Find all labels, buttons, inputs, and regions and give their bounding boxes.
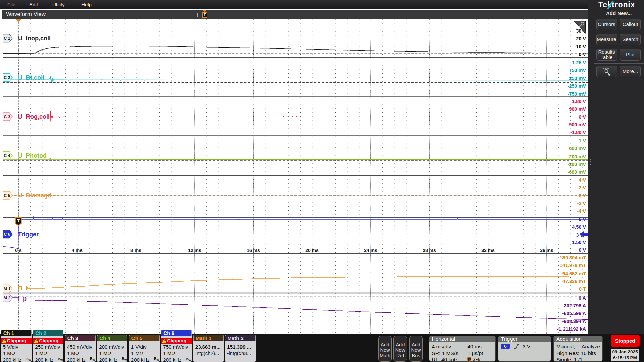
svg-text:-2 V: -2 V xyxy=(577,201,586,206)
svg-text:C 2: C 2 xyxy=(4,75,10,80)
svg-text:250 mV: 250 mV xyxy=(569,76,586,81)
svg-text:1.50 V: 1.50 V xyxy=(572,240,586,245)
svg-text:I_p: I_p xyxy=(18,295,27,302)
svg-text:600 mV: 600 mV xyxy=(569,146,586,151)
svg-text:-1.211192 kA: -1.211192 kA xyxy=(557,326,586,332)
svg-text:6 V: 6 V xyxy=(579,217,586,222)
svg-text:C 5: C 5 xyxy=(4,193,10,198)
svg-text:36 ms: 36 ms xyxy=(540,248,553,253)
svg-text:32 ms: 32 ms xyxy=(481,248,495,253)
svg-text:C 6: C 6 xyxy=(4,232,10,237)
svg-text:8 ms: 8 ms xyxy=(130,248,141,253)
svg-text:U_Rog,coil: U_Rog,coil xyxy=(18,113,50,120)
svg-text:-605.596 A: -605.596 A xyxy=(562,311,586,316)
svg-text:-200 mV: -200 mV xyxy=(567,162,586,167)
svg-text:0 V: 0 V xyxy=(579,193,586,198)
svg-text:20 ms: 20 ms xyxy=(305,248,319,253)
svg-text:189.304 mT: 189.304 mT xyxy=(560,255,586,260)
svg-text:U_loop,coil: U_loop,coil xyxy=(18,35,51,42)
svg-text:-908.394 A: -908.394 A xyxy=(562,319,586,324)
svg-text:-4 V: -4 V xyxy=(577,208,586,214)
svg-text:4 ms: 4 ms xyxy=(72,248,83,253)
svg-text:900 mV: 900 mV xyxy=(569,106,586,112)
svg-text:4.50 V: 4.50 V xyxy=(572,224,586,230)
svg-text:1.25 V: 1.25 V xyxy=(572,60,586,65)
svg-text:B_t: B_t xyxy=(18,285,28,292)
svg-text:1.80 V: 1.80 V xyxy=(572,99,586,104)
svg-text:0 A: 0 A xyxy=(579,295,586,301)
svg-text:12 ms: 12 ms xyxy=(188,248,201,253)
svg-text:-600 mV: -600 mV xyxy=(567,169,586,175)
svg-text:750 mV: 750 mV xyxy=(569,68,586,73)
svg-text:2 V: 2 V xyxy=(579,185,586,190)
svg-text:C 1: C 1 xyxy=(4,36,10,41)
svg-text:20 V: 20 V xyxy=(576,36,586,41)
svg-text:94.652 mT: 94.652 mT xyxy=(562,271,586,276)
svg-text:-1.80 V: -1.80 V xyxy=(570,130,586,135)
svg-text:T: T xyxy=(17,219,20,223)
svg-text:0 s: 0 s xyxy=(15,248,22,253)
svg-text:Trigger: Trigger xyxy=(18,231,39,238)
svg-text:24 ms: 24 ms xyxy=(364,248,377,253)
svg-text:Tektronix: Tektronix xyxy=(598,0,635,9)
svg-text:U_Photod: U_Photod xyxy=(18,152,47,159)
svg-text:4 V: 4 V xyxy=(579,177,586,183)
svg-text:47.326 mT: 47.326 mT xyxy=(562,279,586,284)
svg-text:T: T xyxy=(468,358,470,361)
svg-text:141.978 mT: 141.978 mT xyxy=(560,263,586,268)
svg-text:10 V: 10 V xyxy=(576,44,586,49)
svg-text:C 3: C 3 xyxy=(4,115,10,119)
svg-text:M 2: M 2 xyxy=(4,296,11,300)
svg-text:1 V: 1 V xyxy=(579,138,586,143)
svg-text:-250 mV: -250 mV xyxy=(567,83,586,89)
svg-text:-750 mV: -750 mV xyxy=(567,91,586,97)
svg-text:16 ms: 16 ms xyxy=(247,248,260,253)
svg-text:0 V: 0 V xyxy=(579,52,586,57)
svg-text:0 V: 0 V xyxy=(579,247,586,253)
svg-text:C 4: C 4 xyxy=(4,153,10,158)
svg-text:M 1: M 1 xyxy=(4,287,11,291)
svg-text:0 T: 0 T xyxy=(579,286,586,292)
svg-text:-302.798 A: -302.798 A xyxy=(562,303,586,308)
svg-text:28 ms: 28 ms xyxy=(423,248,436,253)
svg-text:0 V: 0 V xyxy=(579,114,586,120)
svg-text:U_Bt,coil: U_Bt,coil xyxy=(18,74,44,81)
svg-text:200 mV: 200 mV xyxy=(569,154,586,159)
svg-text:-900 mV: -900 mV xyxy=(567,122,586,127)
svg-text:U_Diamagn: U_Diamagn xyxy=(18,192,51,199)
